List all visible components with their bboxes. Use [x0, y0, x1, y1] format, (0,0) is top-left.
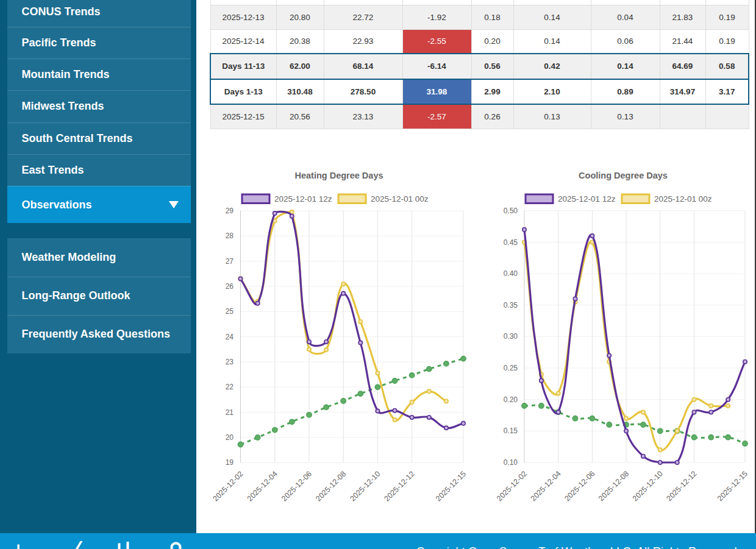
svg-text:2025-12-15: 2025-12-15 [434, 469, 468, 503]
svg-text:Cooling Degree Days: Cooling Degree Days [579, 171, 668, 180]
svg-text:0.45: 0.45 [504, 238, 518, 247]
svg-text:2025-12-01 12z: 2025-12-01 12z [558, 194, 616, 204]
svg-text:2025-12-01 12z: 2025-12-01 12z [274, 194, 332, 204]
svg-text:Heating Degree Days: Heating Degree Days [294, 171, 383, 180]
svg-text:2025-12-10: 2025-12-10 [348, 469, 382, 503]
svg-text:0.20: 0.20 [504, 395, 518, 404]
svg-text:0.10: 0.10 [504, 458, 518, 467]
svg-text:2025-12-12: 2025-12-12 [383, 469, 416, 503]
svg-text:26: 26 [226, 282, 234, 291]
svg-text:2025-12-01 00z: 2025-12-01 00z [654, 194, 712, 204]
svg-text:2025-12-08: 2025-12-08 [314, 469, 348, 503]
svg-text:0.15: 0.15 [504, 427, 518, 435]
svg-text:0.25: 0.25 [504, 364, 518, 372]
svg-text:28: 28 [226, 232, 234, 240]
svg-text:19: 19 [226, 458, 234, 467]
svg-text:20: 20 [226, 433, 234, 442]
svg-text:0.30: 0.30 [504, 332, 518, 341]
svg-text:29: 29 [226, 207, 234, 215]
svg-text:22: 22 [226, 383, 234, 391]
svg-text:2025-12-15: 2025-12-15 [716, 469, 749, 503]
svg-text:0.40: 0.40 [504, 269, 518, 278]
svg-text:2025-12-06: 2025-12-06 [280, 469, 313, 503]
svg-text:25: 25 [226, 307, 234, 316]
svg-text:2025-12-10: 2025-12-10 [631, 469, 665, 503]
svg-text:0.50: 0.50 [504, 207, 518, 215]
svg-text:2025-12-08: 2025-12-08 [597, 469, 630, 503]
svg-text:2025-12-02: 2025-12-02 [495, 469, 529, 503]
svg-text:27: 27 [226, 257, 234, 266]
svg-text:2025-12-01 00z: 2025-12-01 00z [371, 194, 429, 204]
svg-text:2025-12-04: 2025-12-04 [529, 469, 563, 503]
svg-text:2025-12-06: 2025-12-06 [563, 469, 596, 503]
svg-text:2025-12-04: 2025-12-04 [246, 469, 279, 503]
svg-text:21: 21 [226, 408, 234, 417]
svg-text:24: 24 [226, 333, 234, 341]
svg-text:2025-12-12: 2025-12-12 [665, 469, 699, 503]
svg-text:0.35: 0.35 [504, 301, 518, 310]
svg-text:2025-12-02: 2025-12-02 [212, 469, 245, 503]
svg-text:23: 23 [226, 358, 234, 366]
